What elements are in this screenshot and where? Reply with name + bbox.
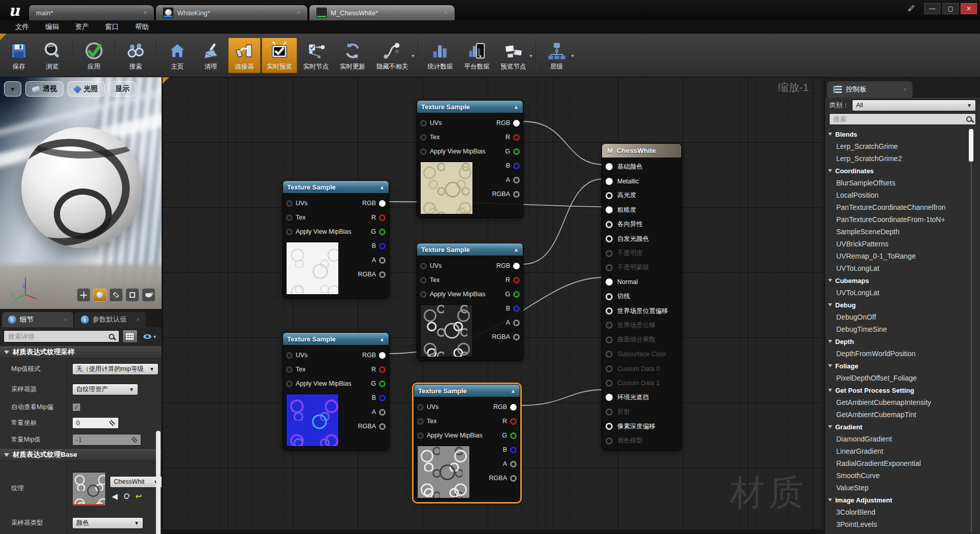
platform-stats-button[interactable]: 平台数据 <box>459 38 495 73</box>
window-close-button[interactable]: ✕ <box>961 3 977 14</box>
cycle-mesh-button[interactable] <box>77 288 90 302</box>
material-input-pin[interactable] <box>606 423 613 430</box>
palette-item[interactable]: ValueStep <box>825 482 969 494</box>
connectors-button[interactable]: 连接器 <box>228 38 261 73</box>
input-pin[interactable] <box>417 432 424 439</box>
texture-sample-node[interactable]: Texture Sample▲UVsTexApply View MipBiasR… <box>282 332 389 450</box>
palette-category[interactable]: Blends <box>825 128 969 140</box>
collapse-arrow-icon[interactable]: ▲ <box>380 336 385 342</box>
output-pin-b[interactable] <box>379 395 386 401</box>
texture-sample-node-selected[interactable]: Texture Sample▲UVsTexApply View MipBiasR… <box>414 384 520 502</box>
material-input-pin[interactable] <box>606 437 613 445</box>
section-texture-base[interactable]: 材质表达式纹理Base <box>0 448 162 461</box>
home-button[interactable]: 主页 <box>161 38 194 73</box>
input-pin[interactable] <box>420 134 427 141</box>
clean-button[interactable]: 清理 <box>195 38 227 73</box>
plane-mesh-button[interactable] <box>109 288 123 302</box>
output-pin-r[interactable] <box>510 418 517 425</box>
output-pin-rgba[interactable] <box>379 271 386 278</box>
palette-category[interactable]: Gradient <box>825 421 969 433</box>
menu-help[interactable]: 帮助 <box>127 22 157 32</box>
output-pin-g[interactable] <box>513 291 520 298</box>
output-pin-g[interactable] <box>379 381 386 387</box>
output-pin-r[interactable] <box>513 134 520 141</box>
apply-button[interactable]: 应用 <box>78 38 110 73</box>
input-pin[interactable] <box>286 200 293 207</box>
material-output-node[interactable]: M_ChessWhite 基础颜色Metallic高光度粗糙度各向异性自发光颜色… <box>602 143 682 450</box>
hide-unrelated-button[interactable]: 隐藏不相关 ▾ <box>371 38 414 73</box>
mip-mode-dropdown[interactable]: 无（使用计算的mip等级 ▼ <box>72 363 159 375</box>
sampler-type-dropdown[interactable]: 颜色 ▼ <box>72 517 143 529</box>
output-pin-b[interactable] <box>513 305 520 312</box>
input-pin[interactable] <box>420 291 427 298</box>
tab-details[interactable]: i 细节 × <box>2 312 73 327</box>
output-pin-r[interactable] <box>379 214 386 221</box>
palette-item[interactable]: SmoothCurve <box>825 469 969 482</box>
material-input-pin[interactable] <box>606 235 613 242</box>
preview-nodes-button[interactable]: 预览节点 ▾ <box>496 38 531 73</box>
viewport-options-button[interactable]: ▾ <box>4 81 21 97</box>
perspective-button[interactable]: 透视 <box>25 81 64 97</box>
palette-item[interactable]: DiamondGradient <box>825 433 969 445</box>
output-pin-g[interactable] <box>379 229 386 235</box>
palette-search-input[interactable] <box>829 113 976 125</box>
menu-asset[interactable]: 资产 <box>67 22 97 32</box>
reset-arrow-icon[interactable]: ↩ <box>136 492 142 501</box>
material-input-pin[interactable] <box>606 336 613 343</box>
material-graph-canvas[interactable]: 缩放-1 材质 Texture Sample▲UVsTexApply View … <box>163 77 823 534</box>
material-input-pin[interactable] <box>606 351 613 358</box>
material-input-pin[interactable] <box>606 365 613 372</box>
texture-sample-node[interactable]: Texture Sample▲UVsTexApply View MipBiasR… <box>282 180 389 298</box>
palette-item[interactable]: UVToLongLat <box>825 262 969 274</box>
search-button[interactable]: 搜索 <box>119 38 152 73</box>
palette-item[interactable]: DepthFromWorldPosition <box>825 348 969 360</box>
details-scrollbar[interactable] <box>156 431 161 534</box>
hierarchy-button[interactable]: 层级 ▾ <box>541 38 573 73</box>
lit-mode-button[interactable]: 光照 <box>68 81 105 97</box>
teapot-mesh-button[interactable] <box>142 288 155 302</box>
palette-scrollbar-thumb[interactable] <box>969 129 973 162</box>
auto-mipbias-checkbox[interactable]: ✓ <box>72 403 81 412</box>
palette-category[interactable]: Cubemaps <box>825 274 969 287</box>
live-update-button[interactable]: 实时更新 <box>335 38 370 73</box>
palette-item[interactable]: RadialGradientExponential <box>825 457 969 469</box>
view-options-button[interactable]: ▾ <box>141 330 158 343</box>
tab-close-icon[interactable]: × <box>444 9 448 16</box>
palette-item[interactable]: UVBrickPatterns <box>825 238 969 250</box>
material-input-pin[interactable] <box>606 394 613 401</box>
output-pin-g[interactable] <box>513 148 520 155</box>
material-input-pin[interactable] <box>606 250 613 257</box>
tab-close-icon[interactable]: × <box>137 317 140 323</box>
output-pin-rgb[interactable] <box>510 404 517 411</box>
palette-item[interactable]: Lerp_ScratchGrime <box>825 140 969 152</box>
output-pin-g[interactable] <box>510 432 517 439</box>
material-input-pin[interactable] <box>606 221 613 228</box>
material-input-pin[interactable] <box>606 206 613 213</box>
output-pin-rgb[interactable] <box>513 263 520 269</box>
palette-category[interactable]: Foliage <box>825 360 969 372</box>
window-minimize-button[interactable]: — <box>924 3 940 14</box>
output-pin-rgba[interactable] <box>510 475 517 482</box>
palette-item[interactable]: GetAmbientCubemapIntensity <box>825 396 969 409</box>
output-pin-a[interactable] <box>513 177 520 183</box>
stats-button[interactable]: 统计数据 <box>423 38 458 73</box>
material-input-pin[interactable] <box>606 322 613 329</box>
section-texture-sample[interactable]: 材质表达式纹理采样 <box>0 345 162 359</box>
input-pin[interactable] <box>286 214 293 221</box>
output-pin-a[interactable] <box>379 409 386 416</box>
material-input-pin[interactable] <box>606 307 613 315</box>
tab-close-icon[interactable]: × <box>297 9 300 16</box>
output-pin-a[interactable] <box>379 257 386 264</box>
sphere-mesh-button[interactable] <box>93 288 107 302</box>
const-mip-spinbox[interactable]: -1 <box>72 434 141 446</box>
input-pin[interactable] <box>417 418 424 425</box>
palette-item[interactable]: PanTextureCoordinateChannelfron <box>825 201 969 213</box>
input-pin[interactable] <box>286 229 293 235</box>
show-button[interactable]: 显示 <box>109 81 136 97</box>
palette-category[interactable]: Debug <box>825 299 969 311</box>
input-pin[interactable] <box>417 404 424 411</box>
palette-item[interactable]: DebugTimeSine <box>825 323 969 335</box>
collapse-arrow-icon[interactable]: ▲ <box>511 388 516 394</box>
output-pin-rgb[interactable] <box>379 352 386 359</box>
input-pin[interactable] <box>286 352 293 359</box>
